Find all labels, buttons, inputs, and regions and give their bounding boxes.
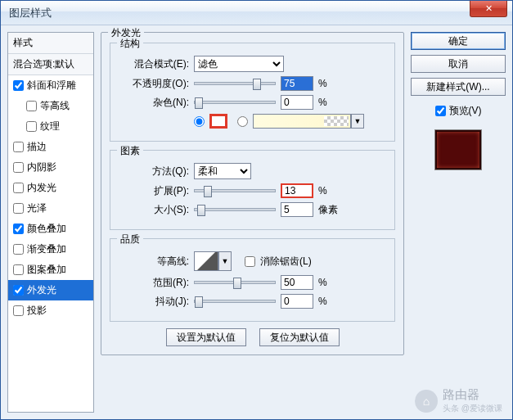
sidebar-item-6[interactable]: 光泽 xyxy=(8,198,93,219)
sidebar-label-1: 等高线 xyxy=(40,99,70,113)
content-area: 样式 混合选项:默认 斜面和浮雕等高线纹理描边内阴影内发光光泽颜色叠加渐变叠加图… xyxy=(1,25,512,419)
quality-group: 品质 等高线: ▼ 消除锯齿(L) 范围(R): xyxy=(110,238,395,322)
watermark-brand: 路由器 xyxy=(443,387,502,403)
sidebar-item-2[interactable]: 纹理 xyxy=(8,116,93,137)
range-unit: % xyxy=(318,277,327,288)
element-group: 图素 方法(Q): 柔和 扩展(P): % 大小(S): xyxy=(110,150,395,230)
sidebar-label-7: 颜色叠加 xyxy=(27,222,66,236)
sidebar-header[interactable]: 样式 xyxy=(8,33,93,54)
sidebar-item-4[interactable]: 内阴影 xyxy=(8,157,93,178)
sidebar-checkbox-5[interactable] xyxy=(13,183,24,193)
sidebar-label-5: 内发光 xyxy=(27,181,56,195)
right-panel: 确定 取消 新建样式(W)... 预览(V) xyxy=(411,32,506,413)
opacity-input[interactable] xyxy=(281,76,313,91)
method-select[interactable]: 柔和 xyxy=(194,163,251,179)
spread-label: 扩展(P): xyxy=(119,184,189,198)
main-panel: 外发光 结构 混合模式(E): 滤色 不透明度(O): % 杂色(N): xyxy=(101,32,404,413)
sidebar-item-7[interactable]: 颜色叠加 xyxy=(8,219,93,239)
sidebar-item-0[interactable]: 斜面和浮雕 xyxy=(8,75,93,96)
sidebar-checkbox-9[interactable] xyxy=(13,264,24,275)
spread-input[interactable] xyxy=(281,183,313,198)
reset-default-button[interactable]: 复位为默认值 xyxy=(259,328,340,346)
jitter-label: 抖动(J): xyxy=(119,295,189,309)
sidebar-item-8[interactable]: 渐变叠加 xyxy=(8,239,93,260)
size-unit: 像素 xyxy=(318,203,338,217)
size-label: 大小(S): xyxy=(119,203,189,217)
sidebar-label-0: 斜面和浮雕 xyxy=(27,79,76,93)
range-input[interactable] xyxy=(281,275,313,290)
ok-button[interactable]: 确定 xyxy=(411,32,506,50)
antialias-checkbox[interactable] xyxy=(245,256,255,267)
sidebar-label-11: 投影 xyxy=(27,304,47,318)
sidebar-checkbox-3[interactable] xyxy=(13,142,24,152)
sidebar-subheader[interactable]: 混合选项:默认 xyxy=(8,54,93,75)
noise-label: 杂色(N): xyxy=(119,96,189,110)
noise-slider[interactable] xyxy=(194,101,276,104)
cancel-button[interactable]: 取消 xyxy=(411,55,506,73)
contour-dropdown-icon[interactable]: ▼ xyxy=(218,251,232,271)
sidebar-item-9[interactable]: 图案叠加 xyxy=(8,260,93,280)
opacity-label: 不透明度(O): xyxy=(119,77,189,91)
sidebar-checkbox-7[interactable] xyxy=(13,224,24,234)
blend-mode-select[interactable]: 滤色 xyxy=(194,56,284,72)
window-title: 图层样式 xyxy=(9,6,52,20)
sidebar-checkbox-10[interactable] xyxy=(13,285,24,296)
solid-color-radio[interactable] xyxy=(194,116,205,127)
spread-unit: % xyxy=(318,185,327,196)
opacity-unit: % xyxy=(318,78,327,89)
titlebar: 图层样式 ✕ xyxy=(1,1,512,25)
styles-sidebar: 样式 混合选项:默认 斜面和浮雕等高线纹理描边内阴影内发光光泽颜色叠加渐变叠加图… xyxy=(7,32,94,413)
sidebar-checkbox-1[interactable] xyxy=(26,101,37,111)
sidebar-label-10: 外发光 xyxy=(27,283,56,297)
sidebar-checkbox-6[interactable] xyxy=(13,203,24,214)
sidebar-checkbox-0[interactable] xyxy=(13,80,24,91)
sidebar-label-8: 渐变叠加 xyxy=(27,242,66,256)
outer-glow-fieldset: 外发光 结构 混合模式(E): 滤色 不透明度(O): % 杂色(N): xyxy=(101,32,404,355)
contour-swatch[interactable] xyxy=(194,251,218,271)
structure-title: 结构 xyxy=(117,37,143,51)
size-input[interactable] xyxy=(281,202,313,217)
method-label: 方法(Q): xyxy=(119,165,189,178)
gradient-swatch[interactable] xyxy=(253,114,351,129)
dialog-window: 图层样式 ✕ 样式 混合选项:默认 斜面和浮雕等高线纹理描边内阴影内发光光泽颜色… xyxy=(0,0,513,420)
preview-swatch xyxy=(434,129,482,170)
new-style-button[interactable]: 新建样式(W)... xyxy=(411,78,506,96)
watermark: ⌂ 路由器 头条 @爱读微课 xyxy=(415,387,502,414)
default-buttons-row: 设置为默认值 复位为默认值 xyxy=(110,328,395,346)
noise-unit: % xyxy=(318,97,327,108)
gradient-dropdown-icon[interactable]: ▼ xyxy=(351,114,364,129)
sidebar-checkbox-8[interactable] xyxy=(13,244,24,255)
spread-slider[interactable] xyxy=(194,189,276,192)
range-slider[interactable] xyxy=(194,281,276,284)
gradient-radio[interactable] xyxy=(237,116,248,127)
noise-input[interactable] xyxy=(281,95,313,110)
structure-group: 结构 混合模式(E): 滤色 不透明度(O): % 杂色(N): xyxy=(110,43,395,142)
close-button[interactable]: ✕ xyxy=(470,1,507,17)
glow-color-swatch[interactable] xyxy=(209,114,227,129)
watermark-icon: ⌂ xyxy=(415,390,438,413)
sidebar-label-6: 光泽 xyxy=(27,201,47,215)
sidebar-label-2: 纹理 xyxy=(40,120,60,133)
watermark-credit: 头条 @爱读微课 xyxy=(443,403,502,414)
jitter-unit: % xyxy=(318,296,327,307)
opacity-slider[interactable] xyxy=(194,82,276,85)
jitter-slider[interactable] xyxy=(194,300,276,303)
element-title: 图素 xyxy=(117,144,143,158)
range-label: 范围(R): xyxy=(119,276,189,290)
sidebar-item-3[interactable]: 描边 xyxy=(8,137,93,157)
sidebar-checkbox-4[interactable] xyxy=(13,162,24,173)
preview-checkbox[interactable] xyxy=(435,106,446,116)
sidebar-item-10[interactable]: 外发光 xyxy=(8,280,93,300)
sidebar-item-11[interactable]: 投影 xyxy=(8,300,93,321)
preview-label: 预览(V) xyxy=(449,104,482,118)
sidebar-label-9: 图案叠加 xyxy=(27,263,66,277)
sidebar-item-5[interactable]: 内发光 xyxy=(8,178,93,198)
sidebar-checkbox-11[interactable] xyxy=(13,305,24,316)
antialias-label: 消除锯齿(L) xyxy=(260,255,312,269)
jitter-input[interactable] xyxy=(281,294,313,309)
set-default-button[interactable]: 设置为默认值 xyxy=(166,328,246,346)
sidebar-checkbox-2[interactable] xyxy=(26,121,37,132)
size-slider[interactable] xyxy=(194,208,276,211)
sidebar-label-3: 描边 xyxy=(27,140,47,154)
sidebar-item-1[interactable]: 等高线 xyxy=(8,96,93,116)
